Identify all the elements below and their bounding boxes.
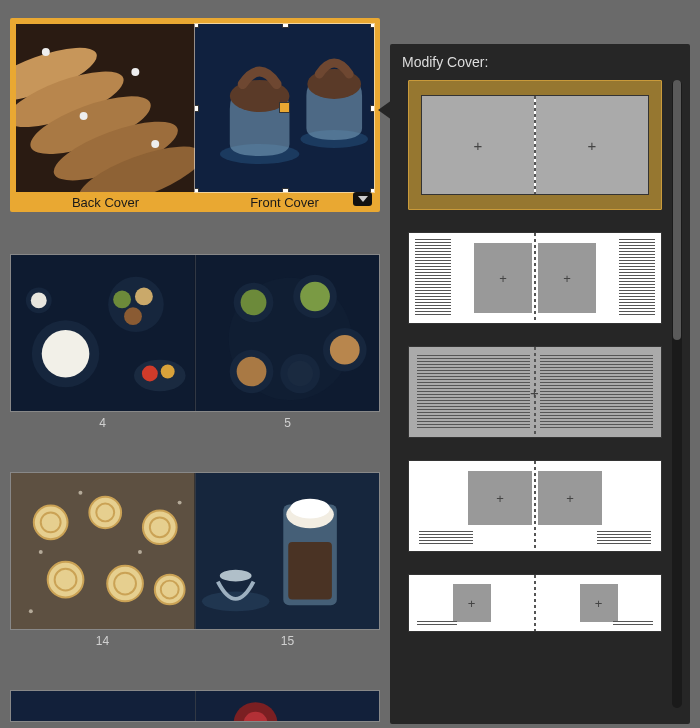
svg-point-6	[42, 48, 50, 56]
svg-point-9	[151, 140, 159, 148]
svg-point-26	[161, 365, 175, 379]
spread-14-15[interactable]: 14 15	[10, 472, 380, 648]
page-number: 4	[10, 416, 195, 430]
svg-point-41	[34, 506, 68, 540]
svg-point-47	[48, 562, 84, 598]
panel-title: Modify Cover:	[402, 54, 682, 70]
svg-point-23	[31, 293, 47, 309]
page-4[interactable]	[11, 255, 195, 411]
svg-point-57	[39, 550, 43, 554]
svg-point-36	[236, 357, 266, 387]
plus-icon: +	[474, 137, 483, 154]
back-cover-page[interactable]	[16, 24, 195, 192]
page-14[interactable]	[11, 473, 195, 629]
svg-point-19	[113, 291, 131, 309]
cover-spread[interactable]: Back Cover Front Cover	[10, 18, 380, 212]
svg-point-49	[107, 566, 143, 602]
svg-point-24	[134, 360, 186, 392]
template-white-bg-two-photo-text[interactable]: + +	[408, 460, 662, 552]
svg-point-8	[80, 112, 88, 120]
back-cover-label: Back Cover	[16, 195, 195, 210]
page-number: 15	[195, 634, 380, 648]
svg-point-64	[290, 499, 330, 519]
popout-connector	[378, 100, 392, 120]
book-pages-grid: Back Cover Front Cover	[0, 0, 390, 728]
svg-point-25	[142, 366, 158, 382]
template-list: + + + +	[402, 80, 682, 708]
spread-next-peek[interactable]	[10, 690, 380, 722]
plus-icon: +	[563, 271, 571, 286]
template-full-bleed-two-photo[interactable]: + +	[408, 80, 662, 210]
svg-point-34	[329, 335, 359, 365]
svg-point-55	[178, 501, 182, 505]
modify-cover-panel: Modify Cover: + + + +	[390, 44, 690, 724]
template-two-small-photo-caption[interactable]: + +	[408, 574, 662, 632]
scrollbar-thumb[interactable]	[673, 80, 681, 340]
plus-icon: +	[496, 491, 504, 506]
template-scrollbar[interactable]	[672, 80, 682, 708]
svg-point-54	[78, 491, 82, 495]
plus-icon: +	[468, 596, 476, 611]
svg-point-59	[201, 591, 268, 611]
plus-icon: +	[588, 137, 597, 154]
template-text-wrap-two-photo[interactable]: + +	[408, 232, 662, 324]
template-popout-button[interactable]	[353, 192, 372, 206]
front-cover-page[interactable]	[195, 24, 374, 192]
spread-4-5[interactable]: 4 5	[10, 254, 380, 430]
svg-point-30	[240, 290, 266, 316]
svg-point-53	[29, 609, 33, 613]
svg-point-56	[138, 550, 142, 554]
plus-icon: +	[499, 271, 507, 286]
plus-icon: +	[566, 491, 574, 506]
svg-point-17	[42, 330, 90, 377]
svg-point-32	[300, 282, 330, 312]
svg-point-38	[287, 361, 313, 387]
front-cover-label: Front Cover	[195, 195, 374, 210]
svg-point-20	[135, 288, 153, 306]
svg-rect-65	[196, 691, 380, 721]
svg-point-60	[219, 570, 251, 582]
plus-icon: +	[595, 596, 603, 611]
page-5[interactable]	[195, 255, 380, 411]
page-15[interactable]	[195, 473, 380, 629]
svg-rect-62	[288, 542, 332, 599]
page-number: 5	[195, 416, 380, 430]
page-number: 14	[10, 634, 195, 648]
svg-point-21	[124, 307, 142, 325]
svg-point-7	[131, 68, 139, 76]
svg-point-51	[155, 575, 185, 605]
svg-point-45	[143, 511, 177, 545]
svg-point-43	[89, 497, 121, 529]
plus-icon: +	[530, 384, 539, 401]
template-text-overlay-single[interactable]: +	[408, 346, 662, 438]
